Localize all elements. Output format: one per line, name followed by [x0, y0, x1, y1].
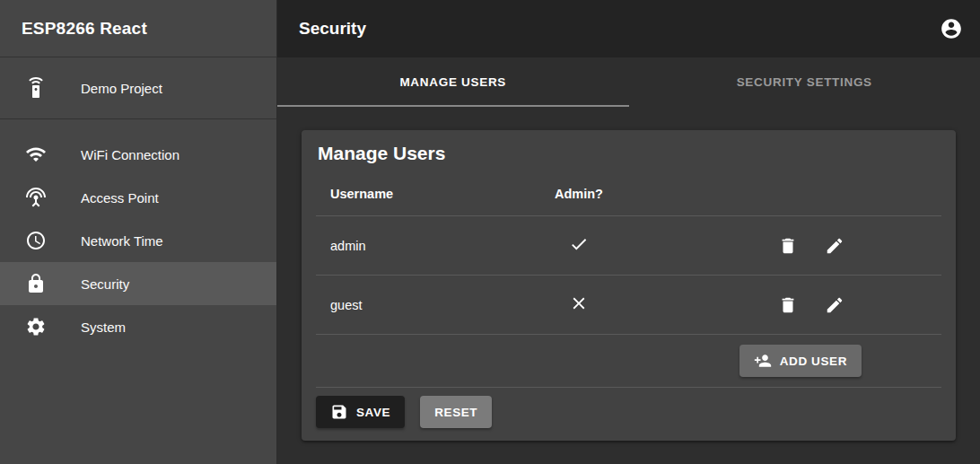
username-cell: guest — [316, 298, 540, 312]
gear-icon — [25, 316, 47, 337]
sidebar-item-wifi-connection[interactable]: WiFi Connection — [0, 133, 276, 176]
column-header-admin: Admin? — [540, 187, 711, 201]
sidebar-item-access-point[interactable]: Access Point — [0, 176, 276, 219]
form-actions: SAVE RESET — [316, 396, 941, 428]
sidebar: ESP8266 React Demo Project WiFi Connecti… — [0, 0, 277, 464]
tab-bar: MANAGE USERS SECURITY SETTINGS — [277, 57, 980, 107]
sidebar-item-label: WiFi Connection — [81, 147, 179, 162]
delete-user-button[interactable] — [776, 234, 800, 258]
card-title: Manage Users — [316, 130, 941, 171]
actions-cell — [711, 234, 941, 258]
edit-user-button[interactable] — [823, 234, 846, 258]
trash-icon — [778, 236, 798, 256]
reset-button[interactable]: RESET — [420, 396, 492, 428]
table-row: admin — [316, 216, 941, 276]
check-icon — [569, 234, 589, 254]
sidebar-item-demo-project[interactable]: Demo Project — [0, 66, 276, 109]
table-footer-row: ADD USER — [316, 335, 941, 388]
column-header-username: Username — [316, 187, 540, 201]
tab-content: Manage Users Username Admin? admin — [277, 107, 980, 464]
tab-label: SECURITY SETTINGS — [737, 75, 872, 89]
sidebar-item-network-time[interactable]: Network Time — [0, 219, 276, 262]
add-user-button[interactable]: ADD USER — [739, 345, 862, 377]
sidebar-item-label: Network Time — [81, 233, 163, 249]
sidebar-item-label: System — [81, 320, 126, 335]
wifi-icon — [25, 144, 47, 165]
page-title: Security — [299, 19, 932, 39]
person-add-icon — [754, 352, 772, 370]
table-header-row: Username Admin? — [316, 171, 941, 216]
antenna-icon — [25, 187, 47, 208]
save-label: SAVE — [356, 406, 390, 419]
tab-manage-users[interactable]: MANAGE USERS — [277, 57, 629, 107]
manage-users-card: Manage Users Username Admin? admin — [302, 130, 956, 441]
lock-icon — [25, 273, 47, 294]
app-title: ESP8266 React — [22, 19, 147, 39]
sidebar-item-security[interactable]: Security — [0, 262, 276, 305]
edit-user-button[interactable] — [823, 293, 846, 317]
admin-cell — [540, 293, 711, 316]
sidebar-item-system[interactable]: System — [0, 305, 276, 348]
sidebar-nav: WiFi Connection Access Point Network Tim… — [0, 119, 276, 348]
tab-security-settings[interactable]: SECURITY SETTINGS — [629, 57, 980, 107]
main-area: Security MANAGE USERS SECURITY SETTINGS … — [277, 0, 980, 464]
save-button[interactable]: SAVE — [316, 396, 405, 428]
clock-icon — [25, 230, 47, 251]
tab-label: MANAGE USERS — [399, 75, 506, 89]
delete-user-button[interactable] — [776, 293, 800, 317]
sidebar-item-label: Demo Project — [81, 81, 162, 96]
table-row: guest — [316, 276, 941, 335]
username-cell: admin — [316, 239, 540, 253]
actions-cell — [711, 293, 941, 317]
remote-icon — [25, 77, 47, 99]
x-icon — [569, 293, 589, 313]
account-button[interactable] — [932, 9, 971, 48]
sidebar-item-label: Security — [81, 276, 129, 292]
save-icon — [330, 403, 348, 421]
sidebar-item-label: Access Point — [81, 190, 159, 206]
pencil-icon — [825, 295, 844, 315]
pencil-icon — [825, 236, 844, 256]
reset-label: RESET — [434, 406, 477, 419]
app-bar: Security — [277, 0, 980, 57]
account-circle-icon — [940, 17, 963, 40]
add-user-label: ADD USER — [780, 355, 847, 368]
app-window: ESP8266 React Demo Project WiFi Connecti… — [0, 0, 980, 464]
trash-icon — [778, 295, 798, 315]
project-section: Demo Project — [0, 57, 276, 119]
admin-cell — [540, 234, 711, 257]
users-table: Username Admin? admin — [316, 171, 941, 388]
sidebar-header: ESP8266 React — [0, 0, 276, 57]
